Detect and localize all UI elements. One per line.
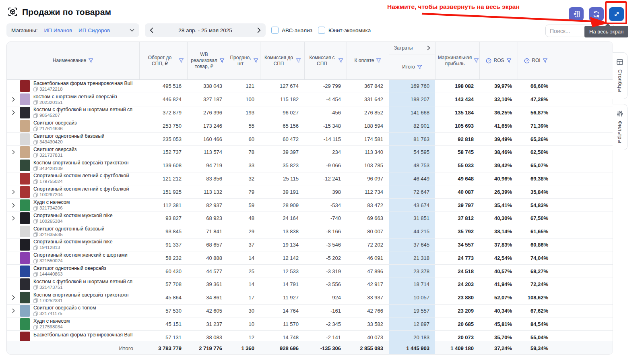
product-id[interactable]: 321472218: [39, 87, 63, 92]
product-thumbnail[interactable]: [20, 80, 30, 92]
table-row[interactable]: Спортивный костюм женский с шортами 3215…: [7, 251, 613, 265]
copy-icon[interactable]: [33, 87, 38, 91]
copy-icon[interactable]: [33, 259, 38, 263]
product-id[interactable]: 217614636: [39, 126, 63, 131]
product-id[interactable]: 179755024: [39, 179, 63, 184]
filter-funnel-icon[interactable]: [219, 58, 225, 63]
filter-funnel-icon[interactable]: [338, 58, 343, 63]
table-row[interactable]: Спортивный костюм летний с футболкой 100…: [7, 185, 613, 199]
column-header-expenses-total[interactable]: Итого: [389, 54, 435, 79]
column-header-commission-with-spp[interactable]: Комиссия с СПП: [304, 42, 347, 79]
product-thumbnail[interactable]: [20, 266, 30, 277]
table-row[interactable]: Спортивный костюм летний с футболкой 179…: [7, 172, 613, 186]
column-header-name[interactable]: Наименование: [7, 42, 139, 79]
product-thumbnail[interactable]: [20, 133, 30, 145]
product-thumbnail[interactable]: [20, 212, 30, 224]
excel-export-button[interactable]: [569, 7, 584, 21]
expand-chevron-icon[interactable]: [10, 295, 17, 300]
shops-selector[interactable]: Магазины: ИП Иванов ИП Сидоров: [6, 23, 139, 37]
unit-economics-checkbox[interactable]: [318, 27, 325, 34]
expand-group-chevron-icon[interactable]: [427, 46, 430, 50]
help-question-icon[interactable]: ?: [486, 58, 491, 64]
column-header-ros[interactable]: ? ROS: [479, 42, 518, 79]
copy-icon[interactable]: [33, 179, 38, 184]
product-thumbnail[interactable]: [20, 292, 30, 303]
table-row[interactable]: Свитшот оверсайз 217614636 253 750 173 2…: [7, 119, 613, 133]
copy-icon[interactable]: [33, 219, 38, 224]
table-row[interactable]: Костюм с футболкой и шортами летний сп 3…: [7, 278, 613, 291]
tab-columns[interactable]: Столбцы: [613, 52, 627, 99]
product-thumbnail[interactable]: [20, 332, 30, 341]
copy-icon[interactable]: [33, 140, 38, 145]
table-row[interactable]: Свитшот однотонный оверсайз 144440863 60…: [7, 265, 613, 278]
table-row[interactable]: Свитшот оверсайз с топом 321741175 57 53…: [7, 305, 613, 318]
product-thumbnail[interactable]: [20, 173, 30, 185]
product-id[interactable]: 321734206: [39, 205, 63, 211]
product-id[interactable]: 343430420: [39, 139, 63, 145]
table-row[interactable]: Свитшот оверсайз 321737831 152 737 113 5…: [7, 146, 613, 159]
product-thumbnail[interactable]: [20, 278, 30, 290]
expand-chevron-icon[interactable]: [10, 203, 17, 208]
column-header-sold-qty[interactable]: Продано, шт: [228, 42, 260, 79]
copy-icon[interactable]: [33, 298, 38, 303]
product-thumbnail[interactable]: [20, 318, 30, 330]
abc-analysis-checkbox-row[interactable]: АВС-анализ: [271, 27, 312, 34]
column-header-wb-realized[interactable]: WB реализовал товар, ₽: [187, 42, 228, 79]
table-row[interactable]: Костюм спортивный оверсайз трикотажн 343…: [7, 159, 613, 172]
filter-funnel-icon[interactable]: [88, 58, 93, 63]
product-thumbnail[interactable]: [20, 305, 30, 317]
copy-icon[interactable]: [33, 127, 38, 131]
filter-funnel-icon[interactable]: [296, 58, 301, 63]
expenses-group-header[interactable]: Затраты: [389, 42, 435, 54]
product-thumbnail[interactable]: [20, 107, 30, 118]
column-header-turnover-before-spp[interactable]: Оборот до СПП, ₽: [139, 42, 187, 79]
date-prev-button[interactable]: [150, 27, 153, 33]
copy-icon[interactable]: [33, 285, 38, 290]
copy-icon[interactable]: [33, 206, 38, 211]
product-id[interactable]: 144440863: [39, 272, 63, 277]
table-row[interactable]: Баскетбольная форма тренировочная Bull 3…: [7, 80, 613, 93]
column-header-commission-before-spp[interactable]: Комиссия до СПП: [260, 42, 304, 79]
product-id[interactable]: 98545207: [39, 113, 60, 118]
refresh-button[interactable]: [589, 7, 604, 21]
copy-icon[interactable]: [33, 232, 38, 237]
table-row[interactable]: Худи с начесом 217598034 45 151 31 237 1…: [7, 317, 613, 331]
product-id[interactable]: 19412813: [39, 245, 60, 250]
copy-icon[interactable]: [33, 272, 38, 277]
expand-chevron-icon[interactable]: [10, 110, 17, 115]
help-question-icon[interactable]: ?: [524, 58, 530, 64]
shop-link-ivanov[interactable]: ИП Иванов: [44, 27, 72, 33]
expand-chevron-icon[interactable]: [10, 189, 17, 195]
unit-economics-checkbox-row[interactable]: Юнит-экономика: [318, 27, 371, 34]
product-id[interactable]: 321741175: [39, 311, 62, 316]
product-id[interactable]: 321550024: [39, 258, 63, 263]
table-row[interactable]: Свитшот однотонный базовый 343430420 235…: [7, 133, 613, 146]
table-row[interactable]: Костюм спортивный оверсайз трикотажн 174…: [7, 291, 613, 305]
copy-icon[interactable]: [33, 245, 38, 250]
product-id[interactable]: 321635535: [39, 232, 63, 237]
copy-icon[interactable]: [33, 100, 38, 105]
product-id[interactable]: 321737831: [39, 153, 63, 158]
product-thumbnail[interactable]: [20, 226, 30, 237]
date-range-value[interactable]: 28 апр. - 25 мая 2025: [178, 27, 232, 33]
filter-funnel-icon[interactable]: [506, 58, 512, 63]
copy-icon[interactable]: [33, 311, 38, 316]
expand-chevron-icon[interactable]: [10, 97, 17, 102]
filter-funnel-icon[interactable]: [417, 64, 422, 70]
column-header-to-pay[interactable]: К оплате: [347, 42, 389, 79]
filter-funnel-icon[interactable]: [253, 58, 258, 63]
product-thumbnail[interactable]: [20, 93, 30, 105]
date-next-button[interactable]: [257, 27, 261, 33]
tab-filters[interactable]: Фильтры: [613, 104, 627, 150]
expand-chevron-icon[interactable]: [10, 149, 17, 155]
copy-icon[interactable]: [33, 325, 38, 330]
filter-funnel-icon[interactable]: [474, 58, 479, 63]
product-id[interactable]: 174252331: [39, 298, 63, 303]
column-header-roi[interactable]: ? ROI: [518, 42, 554, 79]
product-id[interactable]: 321473751: [39, 285, 63, 290]
filter-funnel-icon[interactable]: [179, 58, 184, 63]
fullscreen-button[interactable]: [609, 7, 624, 21]
product-thumbnail[interactable]: [20, 239, 30, 251]
product-id[interactable]: 202320151: [39, 100, 63, 105]
product-id[interactable]: 100267204: [39, 192, 63, 197]
